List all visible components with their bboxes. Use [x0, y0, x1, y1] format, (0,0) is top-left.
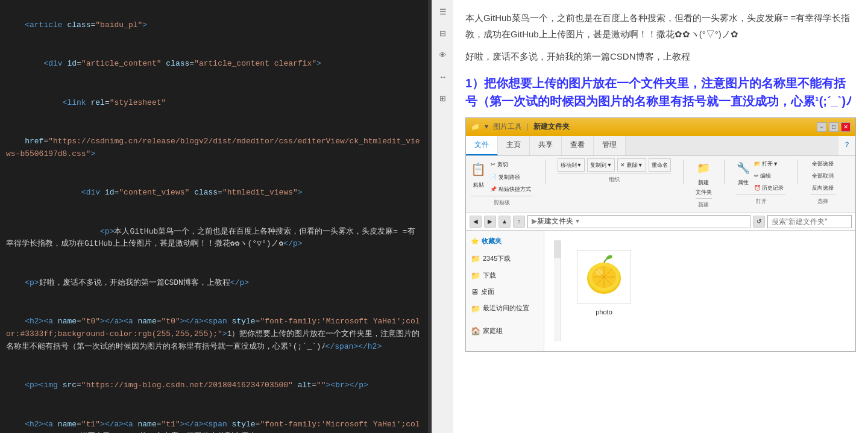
- fe-properties-label: 属性: [738, 178, 749, 187]
- fe-copy-path-button[interactable]: 📄 复制路径: [488, 172, 533, 182]
- fe-favorites-title: ⭐ 收藏夹: [471, 235, 539, 248]
- fe-title-label-right: 新建文件夹: [533, 120, 570, 134]
- fe-favorites-section: ⭐ 收藏夹: [466, 234, 544, 251]
- photo-svg: [580, 253, 628, 301]
- minimize-button[interactable]: －: [817, 122, 826, 132]
- fe-tabs[interactable]: 文件 主页 共享 查看 管理 ？: [466, 136, 855, 156]
- fe-cut-button[interactable]: ✂ 剪切: [488, 158, 533, 170]
- fe-sidebar-item-download[interactable]: 📁 下载: [466, 267, 544, 284]
- fe-up-button[interactable]: ▲: [498, 216, 511, 228]
- code-editor[interactable]: <article class="baidu_pl"> <div id="arti…: [0, 0, 428, 433]
- fe-tab-file[interactable]: 文件: [466, 136, 498, 155]
- code-line-6: <p>本人GitHub菜鸟一个，之前也是在百度上各种搜索，但看的一头雾水，头皮发…: [0, 213, 428, 264]
- fe-tab-home[interactable]: 主页: [498, 136, 530, 155]
- article-heading-1: 1）把你想要上传的图片放在一个文件夹里，注意图片的名称里不能有括号（第一次试的时…: [465, 74, 856, 110]
- fe-new-folder-label: 新建: [698, 178, 709, 187]
- fe-homegroup-icon: 🏠: [471, 324, 480, 338]
- fe-titlebar-icon-1: 📁: [471, 120, 480, 134]
- fe-open-buttons: 🔧 属性 📂 打开▼ ✏ 编辑 ⏰ 历史记录: [737, 158, 786, 194]
- fe-ribbon-clipboard: 📋 粘贴 ✂ 剪切 📄 复制路径 📌 粘贴快捷方式 剪贴板: [471, 158, 533, 208]
- article-paragraph-2: 好啦，废话不多说，开始我的第一篇CSDN博客，上教程: [465, 48, 856, 64]
- fe-up-dir-button[interactable]: ↑: [513, 216, 525, 228]
- ribbon-divider-1: [545, 160, 546, 184]
- fe-edit-button[interactable]: ✏ 编辑: [752, 170, 786, 181]
- fe-sidebar-item-desktop-label: 桌面: [481, 286, 494, 298]
- fe-search-input[interactable]: [767, 215, 852, 228]
- fe-sidebar-homegroup[interactable]: 🏠 家庭组: [466, 323, 544, 339]
- fe-sidebar-item-2345[interactable]: 📁 2345下载: [466, 251, 544, 267]
- fe-open-small: 📂 打开▼ ✏ 编辑 ⏰ 历史记录: [752, 158, 786, 194]
- fe-paste-button[interactable]: 📋 粘贴: [471, 158, 486, 190]
- maximize-button[interactable]: □: [829, 122, 838, 132]
- fe-ribbon-organize: 移动到▼ 复制到▼ ✕ 删除▼ 重命名 组织: [558, 158, 671, 184]
- fe-forward-button[interactable]: ▶: [484, 216, 496, 228]
- fe-breadcrumb-dropdown[interactable]: ▾: [576, 215, 579, 228]
- fe-organize-label: 组织: [558, 173, 671, 184]
- fe-file-photo[interactable]: photo: [577, 250, 631, 319]
- menu-icon[interactable]: ☰: [436, 5, 450, 18]
- code-line-4: href="https://csdnimg.cn/release/blogv2/…: [0, 122, 428, 173]
- fe-tab-spacer: [626, 136, 838, 155]
- fe-tab-view[interactable]: 查看: [562, 136, 594, 155]
- fe-desktop-icon: 🖥: [471, 285, 479, 299]
- fe-new-label: 新建: [696, 198, 712, 210]
- fe-history-button[interactable]: ⏰ 历史记录: [752, 182, 786, 193]
- fe-open-label: 打开: [737, 195, 786, 206]
- fe-open-button[interactable]: 📂 打开▼: [752, 158, 786, 169]
- fe-sidebar-item-download-label: 下载: [483, 270, 496, 282]
- fe-tab-share[interactable]: 共享: [530, 136, 562, 155]
- fe-organize-buttons: 移动到▼ 复制到▼ ✕ 删除▼ 重命名: [558, 158, 671, 172]
- fe-folder-icon-recent: 📁: [471, 302, 480, 316]
- fe-new-folder-button[interactable]: 📁 新建 文件夹: [696, 158, 712, 198]
- code-line-9: <p><img src="https://img-blog.csdn.net/2…: [0, 366, 428, 405]
- ribbon-divider-4: [797, 160, 798, 184]
- fe-copy-button[interactable]: 复制到▼: [587, 158, 615, 172]
- fe-folder-icon-download: 📁: [471, 269, 480, 282]
- fe-favorites-label: 收藏夹: [482, 235, 502, 248]
- heading-1-text: 1）把你想要上传的图片放在一个文件夹里，注意图片的名称里不能有括号（第一次试的时…: [465, 76, 852, 108]
- collapse-icon[interactable]: ⊟: [436, 26, 450, 40]
- fe-title-label-left: 图片工具: [493, 120, 522, 134]
- fe-ribbon-new: 📁 新建 文件夹 新建: [696, 158, 712, 210]
- fe-select-none-button[interactable]: 全部取消: [810, 170, 835, 181]
- fe-sidebar-item-2345-label: 2345下载: [483, 253, 511, 265]
- eye-icon[interactable]: 👁: [436, 48, 450, 61]
- ribbon-divider-3: [724, 160, 725, 184]
- fe-folder-icon-2345: 📁: [471, 252, 480, 266]
- fe-title-left: 📁 ▾ 图片工具 | 新建文件夹: [471, 120, 570, 134]
- fe-address-bar: ◀ ▶ ▲ ↑ ▶ 新建文件夹 ▾ ↺: [466, 213, 855, 231]
- fe-sidebar-item-recent[interactable]: 📁 最近访问的位置: [466, 301, 544, 317]
- fe-rename-button[interactable]: 重命名: [649, 158, 671, 172]
- close-button[interactable]: ✕: [841, 122, 851, 132]
- fe-breadcrumb-arrow: ▶: [532, 215, 537, 228]
- code-line-8: <h2><a name="t0"></a><a name="t0"></a><s…: [0, 302, 428, 366]
- file-explorer-titlebar: 📁 ▾ 图片工具 | 新建文件夹 － □ ✕: [466, 118, 855, 136]
- fe-sidebar-item-desktop[interactable]: 🖥 桌面: [466, 284, 544, 300]
- grid-icon[interactable]: ⊞: [436, 92, 450, 105]
- fe-back-button[interactable]: ◀: [470, 216, 482, 228]
- fe-sidebar-homegroup-label: 家庭组: [483, 325, 503, 337]
- fe-scrollbar-thumb[interactable]: [554, 240, 561, 258]
- fe-select-buttons: 全部选择 全部取消 反向选择: [810, 158, 835, 194]
- fe-paste-shortcut-button[interactable]: 📌 粘贴快捷方式: [488, 184, 533, 195]
- fe-files-area: photo: [544, 231, 855, 351]
- fe-ribbon: 文件 主页 共享 查看 管理 ？ 📋: [466, 136, 855, 213]
- fe-delete-button[interactable]: ✕ 删除▼: [617, 158, 646, 172]
- fe-tab-manage[interactable]: 管理: [594, 136, 626, 155]
- code-line-7: <p>好啦，废话不多说，开始我的第一篇CSDN博客，上教程</p>: [0, 264, 428, 302]
- fe-clipboard-label: 剪贴板: [471, 196, 533, 207]
- fe-properties-icon: 🔧: [737, 158, 750, 178]
- fe-move-button[interactable]: 移动到▼: [558, 158, 585, 172]
- fe-breadcrumb-path: 新建文件夹: [537, 215, 573, 228]
- fe-help-button[interactable]: ？: [838, 136, 855, 155]
- fe-invert-select-button[interactable]: 反向选择: [810, 182, 835, 193]
- fe-select-all-button[interactable]: 全部选择: [810, 158, 835, 169]
- fe-breadcrumb[interactable]: ▶ 新建文件夹 ▾: [527, 215, 750, 228]
- resize-icon[interactable]: ↔: [436, 70, 450, 83]
- fe-properties-button[interactable]: 🔧 属性: [737, 158, 750, 188]
- fe-ribbon-clipboard-buttons: 📋 粘贴 ✂ 剪切 📄 复制路径 📌 粘贴快捷方式: [471, 158, 533, 195]
- fe-ribbon-select: 全部选择 全部取消 反向选择 选择: [810, 158, 835, 207]
- fe-window-controls[interactable]: － □ ✕: [817, 122, 851, 132]
- fe-refresh-button[interactable]: ↺: [753, 216, 765, 228]
- article-paragraph-1: 本人GitHub菜鸟一个，之前也是在百度上各种搜索，但看的一头雾水，头皮发麻= …: [465, 10, 856, 42]
